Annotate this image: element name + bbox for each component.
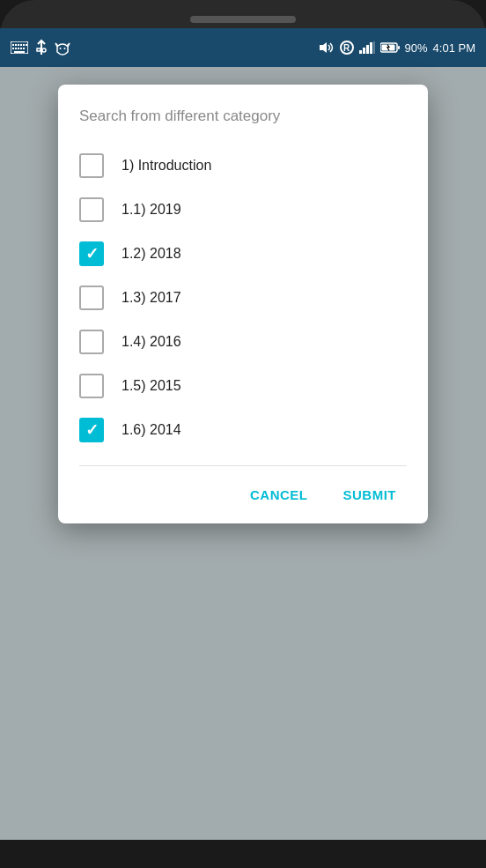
svg-rect-19 [359,50,362,54]
cat-icon [55,40,70,56]
battery-percent: 90% [405,41,428,55]
svg-point-17 [64,48,66,49]
svg-rect-12 [14,51,25,53]
list-item[interactable]: 1) Introduction [79,145,407,187]
status-left-icons [11,39,70,56]
checkbox-2019[interactable] [79,197,104,222]
checkbox-2015[interactable] [79,374,104,398]
battery-icon [380,42,400,53]
svg-rect-1 [12,44,14,46]
usb-icon [35,39,48,56]
svg-rect-9 [18,48,19,49]
svg-rect-22 [370,42,372,54]
list-item[interactable]: ✓ 1.6) 2014 [79,409,407,451]
time-display: 4:01 PM [433,41,475,55]
svg-rect-23 [373,41,375,54]
checkbox-2018[interactable]: ✓ [79,241,104,266]
list-item[interactable]: 1.1) 2019 [79,189,407,231]
list-item[interactable]: 1.5) 2015 [79,365,407,407]
divider [79,465,407,466]
svg-rect-2 [15,44,17,46]
svg-point-15 [42,48,46,52]
bottom-bar [0,840,486,868]
status-bar: R 90% 4:01 PM [0,28,486,67]
submit-button[interactable]: SUBMIT [333,480,408,509]
app-background: Search from different category 1) Introd… [0,67,486,840]
checkbox-label-2017: 1.3) 2017 [122,290,181,306]
svg-rect-14 [37,48,40,51]
list-item[interactable]: 1.4) 2016 [79,321,407,363]
svg-rect-6 [26,44,27,46]
svg-marker-18 [320,42,327,53]
svg-point-16 [60,48,62,49]
checkbox-label-2018: 1.2) 2018 [122,246,181,262]
checkbox-label-2015: 1.5) 2015 [122,378,181,394]
checkbox-label-2016: 1.4) 2016 [122,334,181,350]
category-dialog: Search from different category 1) Introd… [58,85,428,523]
checkbox-label-intro: 1) Introduction [122,158,211,174]
dialog-actions: CANCEL SUBMIT [79,473,407,509]
checkbox-2016[interactable] [79,330,104,354]
check-mark: ✓ [85,246,99,262]
check-mark: ✓ [85,422,99,438]
status-right: R 90% 4:01 PM [319,41,475,55]
phone-shell: R 90% 4:01 PM Se [0,0,486,868]
volume-icon [319,41,335,54]
checkbox-2014[interactable]: ✓ [79,418,104,442]
svg-rect-25 [398,46,400,49]
checkbox-intro[interactable] [79,153,104,178]
cancel-button[interactable]: CANCEL [239,480,319,509]
svg-rect-4 [20,44,22,46]
signal-icon [359,41,375,54]
checkbox-list: 1) Introduction 1.1) 2019 ✓ 1.2) 2018 [79,145,407,451]
dialog-overlay: Search from different category 1) Introd… [0,67,486,840]
svg-rect-20 [363,48,365,54]
svg-rect-3 [18,44,19,46]
checkbox-2017[interactable] [79,286,104,310]
svg-rect-5 [23,44,25,46]
svg-rect-7 [12,48,14,49]
checkbox-label-2019: 1.1) 2019 [122,202,181,218]
svg-rect-8 [15,48,17,49]
dialog-title: Search from different category [79,106,407,127]
list-item[interactable]: ✓ 1.2) 2018 [79,233,407,275]
list-item[interactable]: 1.3) 2017 [79,277,407,319]
speaker [190,16,296,23]
r-badge: R [340,41,354,55]
svg-rect-21 [366,45,369,54]
checkbox-label-2014: 1.6) 2014 [122,422,181,438]
keyboard-icon [11,41,28,54]
svg-rect-10 [20,48,22,49]
svg-rect-11 [23,48,25,49]
